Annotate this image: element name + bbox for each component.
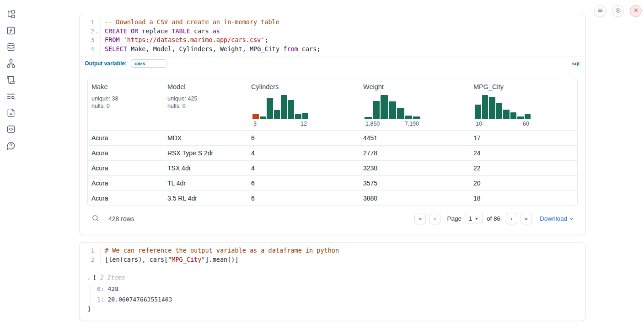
histogram-bar xyxy=(413,116,420,119)
histogram-bar xyxy=(517,116,524,119)
histogram-bar xyxy=(295,114,301,119)
table-cell: RSX Type S 2dr xyxy=(164,146,247,160)
pagination: « ‹ Page 1 of 86 › » Download xyxy=(414,213,578,224)
code-text: SELECT Make, Model, Cylinders, Weight, M… xyxy=(101,45,320,54)
output-variable-input[interactable] xyxy=(131,59,167,68)
table-cell: 6 xyxy=(247,176,360,190)
code-text: CREATE OR replace TABLE cars as xyxy=(101,27,220,36)
menu-button[interactable] xyxy=(594,5,606,17)
code-line: 2[len(cars), cars["MPG_City"].mean()] xyxy=(80,255,585,264)
histogram-bar xyxy=(405,116,413,119)
histogram-bar xyxy=(267,98,273,119)
column-header-cylinders[interactable]: Cylinders312 xyxy=(247,83,360,127)
column-name: Weight xyxy=(363,83,470,90)
previous-page-button[interactable]: ‹ xyxy=(429,213,440,224)
table-cell: 17 xyxy=(470,131,577,145)
list-entries: 0: 4281: 20.060747663551403 xyxy=(91,284,578,305)
next-page-button[interactable]: › xyxy=(506,213,517,224)
table-cell: Acura xyxy=(88,146,164,160)
fold-chevron-icon[interactable]: ⌄ xyxy=(94,29,100,34)
histogram-bar xyxy=(397,108,404,119)
column-header-make[interactable]: Makeunique: 38nulls: 0 xyxy=(88,83,164,127)
search-icon[interactable] xyxy=(91,214,101,223)
code-snippet-icon[interactable] xyxy=(6,125,16,134)
data-table: Makeunique: 38nulls: 0Modelunique: 425nu… xyxy=(87,78,578,206)
table-cell: 6 xyxy=(247,131,360,145)
table-header: Makeunique: 38nulls: 0Modelunique: 425nu… xyxy=(88,78,577,130)
page-select-value: 1 xyxy=(469,215,472,222)
column-header-mpg_city[interactable]: MPG_City1060 xyxy=(470,83,577,127)
sql-cell-footer: Output variable: sql xyxy=(80,57,585,70)
hamburger-icon xyxy=(597,7,603,15)
table-cell: 24 xyxy=(470,146,577,160)
list-search-icon[interactable] xyxy=(6,92,16,101)
sql-code-editor[interactable]: 1-- Download a CSV and create an in-memo… xyxy=(80,14,585,57)
window-controls xyxy=(594,5,642,17)
table-cell: 3575 xyxy=(360,176,470,190)
histogram-bar xyxy=(365,117,372,119)
histogram-bar xyxy=(288,100,295,119)
code-text: FROM 'https://datasets.marimo.app/cars.c… xyxy=(101,36,268,45)
function-square-icon[interactable] xyxy=(6,26,16,35)
items-count-label: 2 Items xyxy=(100,274,125,281)
histogram-bar xyxy=(489,97,495,119)
table-cell: 4 xyxy=(247,146,360,160)
table-row[interactable]: AcuraTSX 4dr4323022 xyxy=(88,160,577,175)
code-line: 1# We can reference the output variable … xyxy=(80,246,585,255)
download-label: Download xyxy=(540,215,567,222)
database-icon[interactable] xyxy=(6,42,16,52)
column-header-model[interactable]: Modelunique: 425nulls: 0 xyxy=(164,83,247,127)
histogram-bar xyxy=(281,95,287,119)
histogram-bar xyxy=(302,113,309,119)
histogram-axis-labels: 1060 xyxy=(475,121,531,127)
histogram-bar xyxy=(381,95,388,119)
close-x-icon xyxy=(633,7,639,15)
code-text: [len(cars), cars["MPG_City"].mean()] xyxy=(101,255,239,264)
histogram-cylinders: 312 xyxy=(252,95,308,127)
page-label: Page xyxy=(447,215,462,222)
table-cell: 2778 xyxy=(360,146,470,160)
column-stats: unique: 38nulls: 0 xyxy=(91,95,164,110)
network-icon[interactable] xyxy=(6,59,16,68)
sql-cell-output: Makeunique: 38nulls: 0Modelunique: 425nu… xyxy=(80,70,585,235)
python-cell-output: ⌄ [ 2 Items 0: 4281: 20.060747663551403 … xyxy=(80,267,585,321)
language-badge: sql xyxy=(572,61,580,66)
entry-value: 20.060747663551403 xyxy=(104,296,172,303)
python-code-editor[interactable]: 1# We can reference the output variable … xyxy=(80,243,585,267)
table-row[interactable]: AcuraMDX6445117 xyxy=(88,130,577,145)
line-number-gutter: 4 xyxy=(80,45,101,54)
first-page-icon: « xyxy=(419,215,422,222)
histogram-bar xyxy=(274,110,280,119)
histogram-bar xyxy=(252,114,259,119)
last-page-icon: » xyxy=(524,215,528,222)
file-text-icon[interactable] xyxy=(6,108,16,117)
histogram-bar xyxy=(260,116,266,119)
table-cell: 3880 xyxy=(360,191,470,206)
previous-page-icon: ‹ xyxy=(434,215,436,222)
python-cell: 1# We can reference the output variable … xyxy=(79,242,586,321)
entry-value: 428 xyxy=(104,285,118,292)
help-bubble-icon[interactable] xyxy=(6,141,16,150)
output-variable-label: Output variable: xyxy=(85,60,127,67)
first-page-button[interactable]: « xyxy=(414,213,426,224)
close-bracket: ] xyxy=(87,306,578,312)
column-name: Model xyxy=(167,83,247,90)
last-page-button[interactable]: » xyxy=(521,213,532,224)
table-row[interactable]: AcuraRSX Type S 2dr4277824 xyxy=(88,145,577,160)
download-button[interactable]: Download xyxy=(540,215,574,222)
page-select[interactable]: 1 xyxy=(465,214,483,223)
code-line: 2⌄CREATE OR replace TABLE cars as xyxy=(80,27,585,36)
table-cell: 20 xyxy=(470,176,577,190)
histogram-bar xyxy=(503,110,510,119)
shutdown-button[interactable] xyxy=(630,5,642,17)
table-row[interactable]: Acura3.5 RL 4dr6388018 xyxy=(88,190,577,206)
collapse-chevron-icon[interactable]: ⌄ xyxy=(87,275,93,280)
settings-button[interactable] xyxy=(612,5,624,17)
line-number-gutter: 3 xyxy=(80,36,101,45)
file-tree-icon[interactable] xyxy=(6,10,16,19)
gear-icon xyxy=(615,7,621,15)
scroll-icon[interactable] xyxy=(6,75,16,85)
list-item: 1: 20.060747663551403 xyxy=(97,295,578,305)
table-row[interactable]: AcuraTL 4dr6357520 xyxy=(88,175,577,190)
column-header-weight[interactable]: Weight1,8507,190 xyxy=(360,83,470,127)
